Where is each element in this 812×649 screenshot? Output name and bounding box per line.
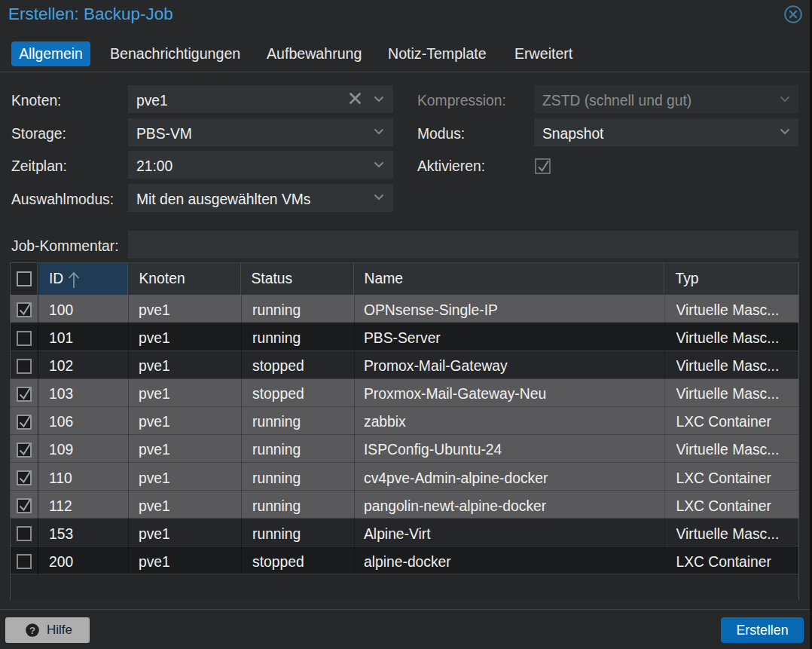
svg-text:?: ? bbox=[29, 625, 35, 636]
